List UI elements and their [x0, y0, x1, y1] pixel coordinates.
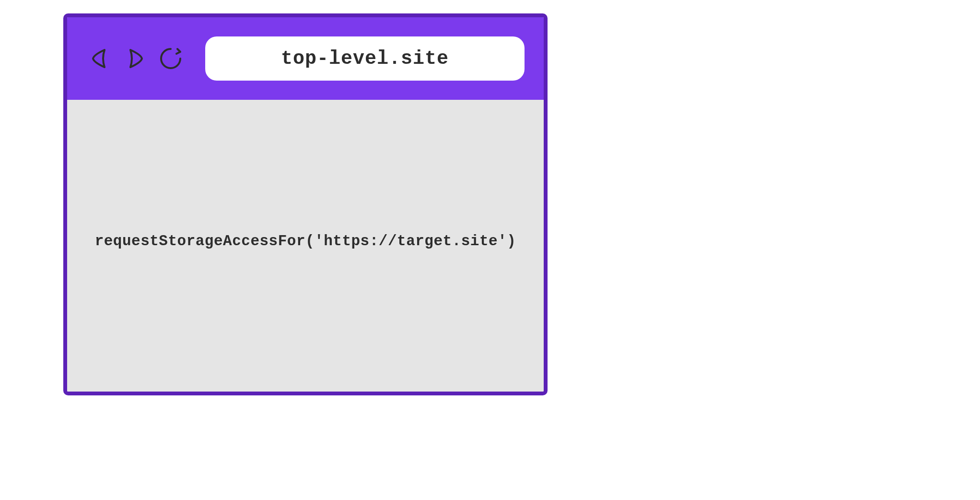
address-bar[interactable]: top-level.site [205, 36, 525, 81]
back-icon[interactable] [86, 45, 113, 72]
forward-icon[interactable] [122, 45, 149, 72]
browser-content: requestStorageAccessFor('https://target.… [67, 100, 544, 392]
page-content-code: requestStorageAccessFor('https://target.… [95, 233, 516, 250]
url-text: top-level.site [281, 48, 449, 70]
browser-toolbar: top-level.site [67, 17, 544, 100]
browser-window: top-level.site requestStorageAccessFor('… [63, 13, 548, 395]
nav-icons-group [86, 45, 184, 72]
reload-icon[interactable] [157, 45, 184, 72]
